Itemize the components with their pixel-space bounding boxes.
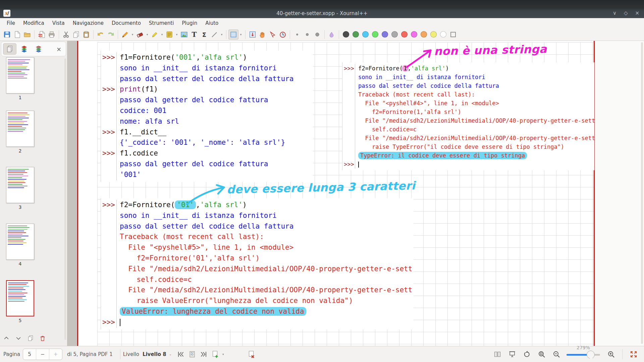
dual-page-button[interactable] xyxy=(492,349,503,360)
vertical-space-button[interactable] xyxy=(248,29,258,40)
text-font-button[interactable] xyxy=(164,29,174,40)
highlighter-button[interactable] xyxy=(150,29,160,40)
pasted-screenshot-shell-3[interactable]: >>>f2=Fornitore('01','alfa srl')sono in … xyxy=(101,198,414,329)
color-swatch-3[interactable] xyxy=(372,31,378,38)
export-pdf-button[interactable]: PDF xyxy=(37,29,47,40)
zoom-slider-thumb[interactable] xyxy=(587,351,595,359)
print-button[interactable] xyxy=(47,29,57,40)
copy-button[interactable] xyxy=(71,29,81,40)
presentation-button[interactable] xyxy=(506,349,518,360)
menu-navigazione[interactable]: Navigazione xyxy=(69,20,108,26)
new-file-button[interactable] xyxy=(12,29,22,40)
math-tex-button[interactable]: Σ xyxy=(199,29,209,40)
color-swatch-8[interactable] xyxy=(421,31,427,38)
redo-button[interactable] xyxy=(106,29,116,40)
eraser-button[interactable] xyxy=(135,29,145,40)
page-number-value[interactable]: 5 xyxy=(23,349,36,360)
select-rect-button[interactable] xyxy=(228,29,238,40)
annotated-page-button[interactable] xyxy=(186,349,198,360)
zoom-slider[interactable]: 279% xyxy=(567,349,600,360)
eraser-dropdown[interactable]: ▾ xyxy=(145,33,149,36)
size-large-button[interactable] xyxy=(312,29,322,40)
layer-dropdown-icon[interactable]: ⌄ xyxy=(169,352,172,356)
image-button[interactable] xyxy=(179,29,189,40)
page-decrement-button[interactable]: − xyxy=(36,349,49,360)
color-swatch-2[interactable] xyxy=(362,31,369,38)
shape-line-button[interactable] xyxy=(209,29,219,40)
duplicate-page-button[interactable] xyxy=(26,334,35,343)
page-thumbnail-4[interactable] xyxy=(6,224,34,260)
color-swatch-4[interactable] xyxy=(382,31,388,38)
color-swatch-7[interactable] xyxy=(411,31,417,38)
menu-strumenti[interactable]: Strumenti xyxy=(145,20,178,26)
size-small-button[interactable] xyxy=(292,29,302,40)
menu-documento[interactable]: Documento xyxy=(108,20,145,26)
last-page-button[interactable] xyxy=(198,349,209,360)
minimize-button[interactable]: ∨ xyxy=(613,9,616,17)
chevron-down-button[interactable] xyxy=(14,334,23,343)
layer-select-value[interactable]: Livello 8 xyxy=(143,351,166,357)
shape-line-dropdown[interactable]: ▾ xyxy=(220,33,224,36)
sidebar-close-icon[interactable]: × xyxy=(56,46,61,53)
sidebar-tab-layer-navigation[interactable] xyxy=(32,43,45,55)
text-button[interactable]: T xyxy=(189,29,199,40)
pasted-screenshot-shell-1[interactable]: >>>f1=Fornitore('001','alfa srl')sono in… xyxy=(101,51,313,182)
fullscreen-button[interactable] xyxy=(628,349,639,360)
zoom-in-button[interactable] xyxy=(605,349,617,360)
add-page-dropdown[interactable]: ▾ xyxy=(221,353,225,356)
save-button[interactable] xyxy=(2,29,12,40)
open-folder-button[interactable] xyxy=(22,29,32,40)
print-icon xyxy=(48,31,56,39)
thumbnail-content-line xyxy=(8,126,22,127)
zoom-fit-button[interactable] xyxy=(536,349,547,360)
laser-pointer-button[interactable] xyxy=(268,29,278,40)
color-swatch-9[interactable] xyxy=(430,31,437,38)
thumbnail-content-line xyxy=(8,116,25,117)
code-text: passo dal setter del codice della fattur… xyxy=(117,74,293,84)
first-page-button[interactable] xyxy=(175,349,186,360)
pen-button[interactable] xyxy=(120,29,130,40)
fill-transparency-button[interactable] xyxy=(327,29,337,40)
cut-icon xyxy=(62,31,70,39)
timer-button[interactable] xyxy=(278,29,288,40)
chevron-up-button[interactable] xyxy=(2,334,11,343)
text-font-dropdown[interactable]: ▾ xyxy=(175,33,179,36)
color-swatch-6[interactable] xyxy=(401,31,408,38)
hand-button[interactable] xyxy=(258,29,268,40)
highlighter-dropdown[interactable]: ▾ xyxy=(160,33,164,36)
canvas-scrollbar[interactable] xyxy=(641,42,643,344)
page-thumbnail-1[interactable] xyxy=(6,57,34,94)
color-swatch-5[interactable] xyxy=(391,31,398,38)
menu-file[interactable]: File xyxy=(3,20,19,26)
canvas-gutter xyxy=(67,41,77,346)
close-button[interactable]: × xyxy=(635,9,639,17)
color-swatch-1[interactable] xyxy=(353,31,359,38)
page-increment-button[interactable]: + xyxy=(49,349,62,360)
pasted-screenshot-shell-2[interactable]: >>>f2=Fornitore(1,'alfa srl')sono in __i… xyxy=(342,62,594,170)
delete-page-button[interactable] xyxy=(246,349,257,360)
menu-aiuto[interactable]: Aiuto xyxy=(201,20,222,26)
sidebar-tab-layers[interactable] xyxy=(17,43,31,55)
trash-button[interactable] xyxy=(38,334,47,343)
sidebar-tab-page-preview[interactable] xyxy=(3,43,16,55)
color-picker-button[interactable] xyxy=(448,29,458,40)
color-swatch-10[interactable] xyxy=(440,31,446,38)
reset-zoom-button[interactable] xyxy=(521,349,533,360)
maximize-button[interactable]: ◇ xyxy=(624,9,628,17)
menu-vista[interactable]: Vista xyxy=(48,20,69,26)
zoom-out-button[interactable] xyxy=(551,349,562,360)
menu-modifica[interactable]: Modifica xyxy=(19,20,48,26)
add-page-button[interactable] xyxy=(209,349,221,360)
pen-dropdown[interactable]: ▾ xyxy=(130,33,135,36)
paste-button[interactable] xyxy=(81,29,91,40)
sidebar-scrollbar[interactable] xyxy=(64,58,66,340)
select-rect-dropdown[interactable]: ▾ xyxy=(239,33,243,36)
undo-button[interactable] xyxy=(96,29,106,40)
page-thumbnail-2[interactable] xyxy=(6,111,34,147)
cut-button[interactable] xyxy=(61,29,71,40)
size-medium-button[interactable] xyxy=(302,29,312,40)
menu-plugin[interactable]: Plugin xyxy=(178,20,201,26)
page-thumbnail-5[interactable] xyxy=(6,280,34,316)
color-swatch-0[interactable] xyxy=(343,31,349,38)
page-thumbnail-3[interactable] xyxy=(6,167,34,203)
